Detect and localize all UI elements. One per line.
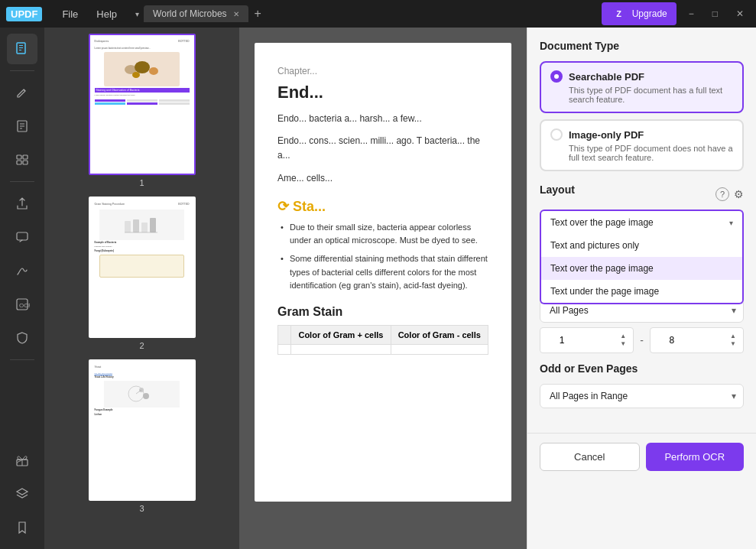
sidebar-icons: OCR xyxy=(0,28,44,549)
layout-dropdown[interactable]: Text over the page image ▾ xyxy=(540,210,744,234)
svg-rect-10 xyxy=(17,161,21,164)
document-area[interactable]: Chapter... End... Endo... bacteria a... … xyxy=(239,28,527,549)
doc-type-searchable[interactable]: Searchable PDF This type of PDF document… xyxy=(540,61,744,113)
doc-para-1: Endo... bacteria a... harsh... a few... xyxy=(277,112,488,126)
range-to-decrement[interactable]: ▼ xyxy=(729,340,737,348)
sidebar-icon-edit[interactable] xyxy=(7,77,37,108)
tab-add-button[interactable]: + xyxy=(248,4,268,24)
sidebar-icon-organize[interactable] xyxy=(7,145,37,175)
menu-file[interactable]: File xyxy=(54,5,86,23)
thumbnail-number-1: 1 xyxy=(139,178,144,187)
titlebar-right: Z Upgrade − □ ✕ xyxy=(602,2,750,25)
maximize-button[interactable]: □ xyxy=(706,5,724,22)
doc-subheading: Gram Stain xyxy=(277,305,488,319)
thumbnail-1[interactable]: Endospores BOTTED Lorem ipsum bacteria t… xyxy=(50,34,233,187)
tab-world-of-microbes[interactable]: World of Microbes ✕ xyxy=(144,5,248,22)
sidebar-icon-gift[interactable] xyxy=(7,445,37,476)
doc-para-3: Ame... cells... xyxy=(277,171,488,186)
main-area: OCR Endospores BOTTED xyxy=(0,28,756,549)
layout-option-text-over[interactable]: Text over the page image xyxy=(541,257,742,280)
range-from-input: ▲ ▼ xyxy=(540,327,634,353)
layout-option-text-under[interactable]: Text under the page image xyxy=(541,280,742,303)
sidebar-icon-export[interactable] xyxy=(7,188,37,219)
odd-even-dropdown-wrapper[interactable]: All Pages in Range Odd Pages Only Even P… xyxy=(540,384,744,408)
menu-help[interactable]: Help xyxy=(89,5,125,23)
sidebar-icon-sign[interactable] xyxy=(7,255,37,286)
sidebar-icon-layers[interactable] xyxy=(7,479,37,509)
svg-point-17 xyxy=(135,61,150,73)
svg-rect-1 xyxy=(19,45,23,46)
odd-even-select[interactable]: All Pages in Range Odd Pages Only Even P… xyxy=(540,384,744,408)
upgrade-label: Upgrade xyxy=(632,8,667,19)
bottom-buttons: Cancel Perform OCR xyxy=(527,433,756,480)
svg-rect-22 xyxy=(141,223,148,232)
doc-type-options: Searchable PDF This type of PDF document… xyxy=(540,61,744,171)
thumb-purple-label: Staining and Observation of Bacteria xyxy=(95,88,190,93)
layout-dropdown-menu: Text and pictures only Text over the pag… xyxy=(540,234,744,304)
radio-image-only xyxy=(550,128,563,141)
app-logo: UPDF xyxy=(6,7,42,21)
sidebar-icon-bookmark[interactable] xyxy=(7,512,37,543)
thumbnail-image-3: Yeast link text here preview Yeast Life … xyxy=(89,359,196,501)
doc-bullet-1: Due to their small size, bacteria appear… xyxy=(277,221,488,248)
sidebar-icon-comment[interactable] xyxy=(7,222,37,252)
titlebar: UPDF File Help ▾ World of Microbes ✕ + Z… xyxy=(0,0,756,28)
layout-selected-value: Text over the page image xyxy=(550,217,654,228)
range-from-increment[interactable]: ▲ xyxy=(619,333,627,340)
sidebar-icon-protect[interactable] xyxy=(7,323,37,353)
range-to-increment[interactable]: ▲ xyxy=(729,333,737,340)
odd-even-section: Odd or Even Pages All Pages in Range Odd… xyxy=(540,362,744,408)
range-to-field[interactable] xyxy=(657,335,687,346)
divider-1 xyxy=(10,70,34,71)
thumbnail-3[interactable]: Yeast link text here preview Yeast Life … xyxy=(50,359,233,513)
sidebar-icon-ocr[interactable]: OCR xyxy=(7,289,37,320)
layout-option-text-and-pictures[interactable]: Text and pictures only xyxy=(541,234,742,257)
range-from-decrement[interactable]: ▼ xyxy=(619,340,627,348)
table-header-3: Color of Gram - cells xyxy=(391,325,488,344)
doc-para-2: Endo... cons... scien... milli... ago. T… xyxy=(277,134,488,163)
gear-icon[interactable]: ⚙ xyxy=(734,188,744,200)
cancel-button[interactable]: Cancel xyxy=(540,443,640,471)
thumbnail-2[interactable]: Gram Staining Procedure BOTTED Example o… xyxy=(50,197,233,350)
svg-rect-9 xyxy=(23,155,28,159)
range-from-field[interactable] xyxy=(547,335,577,346)
svg-rect-23 xyxy=(150,218,156,232)
gram-stain-table: Color of Gram + cells Color of Gram - ce… xyxy=(277,325,488,355)
sidebar-icon-read[interactable] xyxy=(7,34,37,64)
svg-point-27 xyxy=(143,393,149,399)
radio-searchable xyxy=(550,70,563,83)
close-button[interactable]: ✕ xyxy=(730,5,750,22)
image-only-desc: This type of PDF document does not have … xyxy=(569,144,733,162)
divider-2 xyxy=(10,181,34,182)
thumbnail-number-2: 2 xyxy=(139,341,144,350)
tab-area: ▾ World of Microbes ✕ + xyxy=(131,4,602,24)
sidebar-icon-annotate[interactable] xyxy=(7,111,37,141)
tab-close-icon[interactable]: ✕ xyxy=(233,10,239,18)
doc-heading: End... xyxy=(277,83,488,102)
svg-rect-12 xyxy=(17,232,28,240)
menu-bar: File Help xyxy=(54,5,125,23)
help-icon[interactable]: ? xyxy=(715,187,729,201)
svg-text:OCR: OCR xyxy=(19,302,30,309)
range-separator: - xyxy=(640,334,644,346)
chapter-label: Chapter... xyxy=(277,66,488,76)
minimize-button[interactable]: − xyxy=(683,5,700,22)
thumbnail-number-3: 3 xyxy=(139,504,144,513)
image-only-label: Image-only PDF xyxy=(569,129,644,141)
page-range-inputs: ▲ ▼ - ▲ ▼ xyxy=(540,327,744,353)
layout-section-title: Layout xyxy=(540,184,575,196)
thumbnail-image-2: Gram Staining Procedure BOTTED Example o… xyxy=(89,197,196,338)
doc-type-image-only[interactable]: Image-only PDF This type of PDF document… xyxy=(540,119,744,171)
searchable-desc: This type of PDF document has a full tex… xyxy=(569,86,733,104)
upgrade-button[interactable]: Z Upgrade xyxy=(602,2,677,25)
table-row xyxy=(278,344,488,354)
thumbnail-panel: Endospores BOTTED Lorem ipsum bacteria t… xyxy=(44,28,239,549)
tab-list-dropdown[interactable]: ▾ xyxy=(131,7,144,21)
svg-rect-21 xyxy=(133,219,139,232)
doc-section-title: ⟳ Sta... xyxy=(277,198,488,215)
doc-bullet-2: Some differential staining methods that … xyxy=(277,252,488,293)
divider-3 xyxy=(10,359,34,360)
odd-even-title: Odd or Even Pages xyxy=(540,362,744,375)
svg-rect-3 xyxy=(19,50,21,50)
perform-ocr-button[interactable]: Perform OCR xyxy=(646,443,745,471)
